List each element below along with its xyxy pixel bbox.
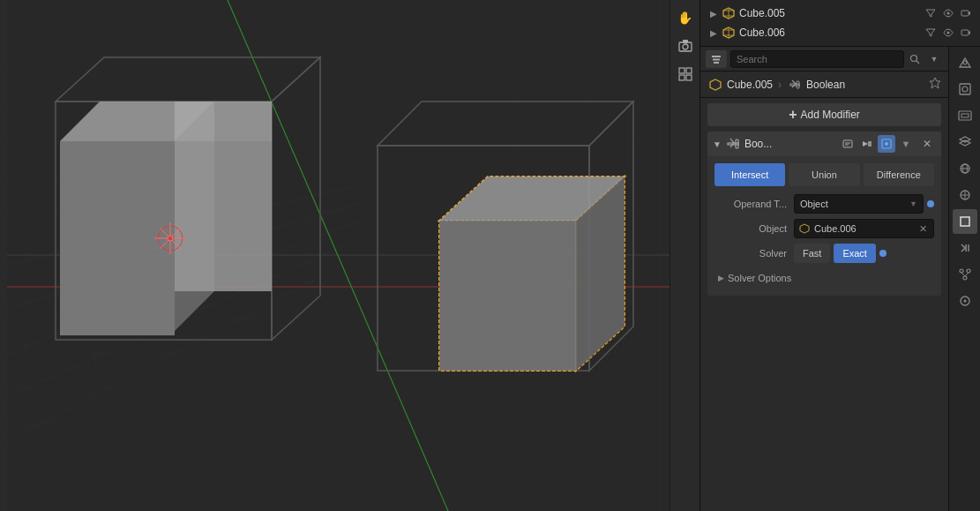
modifier-type-icon bbox=[725, 136, 741, 152]
pin-icon[interactable] bbox=[929, 77, 941, 92]
svg-line-109 bbox=[965, 273, 969, 276]
svg-point-111 bbox=[963, 300, 966, 303]
svg-point-91 bbox=[963, 61, 967, 64]
modifier-close-button[interactable]: ✕ bbox=[918, 135, 936, 153]
filter-dropdown[interactable] bbox=[706, 50, 727, 68]
cube006-eye-icon[interactable] bbox=[941, 26, 955, 40]
solver-value: Fast Exact bbox=[794, 244, 934, 263]
operand-type-dot bbox=[927, 200, 934, 207]
solver-dot bbox=[879, 250, 886, 257]
cube005-filter-icon[interactable] bbox=[924, 6, 938, 20]
cube006-filter-icon[interactable] bbox=[924, 26, 938, 40]
svg-line-77 bbox=[916, 60, 920, 64]
solver-options-row[interactable]: ▶ Solver Options bbox=[714, 267, 934, 289]
cube005-mesh-icon bbox=[722, 6, 736, 20]
operand-type-value: Object ▼ bbox=[794, 194, 934, 214]
modifier-card: ▼ Boo... bbox=[707, 132, 941, 296]
svg-point-105 bbox=[960, 269, 963, 273]
render-properties-icon[interactable] bbox=[953, 77, 977, 101]
grid-view-icon[interactable] bbox=[673, 62, 698, 86]
filter-row: ▼ bbox=[700, 47, 948, 71]
svg-marker-49 bbox=[439, 221, 576, 371]
bc-modifier-icon bbox=[787, 77, 803, 93]
editmode-toggle-icon[interactable] bbox=[878, 135, 895, 153]
operand-type-label: Operand T... bbox=[714, 199, 794, 209]
bc-modifier-name[interactable]: Boolean bbox=[806, 79, 845, 91]
props-content: ▼ Cube.005 › Boolean bbox=[700, 47, 948, 511]
solver-options-label: Solver Options bbox=[728, 273, 791, 283]
outliner-row-cube005[interactable]: ▶ Cube.005 bbox=[700, 4, 980, 23]
svg-rect-73 bbox=[712, 56, 721, 57]
modifier-dropdown-icon[interactable]: ▼ bbox=[897, 135, 915, 153]
search-input[interactable] bbox=[730, 50, 904, 68]
svg-point-89 bbox=[885, 142, 888, 146]
svg-rect-75 bbox=[714, 62, 719, 64]
expand-cube005[interactable]: ▶ bbox=[707, 7, 720, 19]
solver-fast-button[interactable]: Fast bbox=[794, 244, 830, 263]
add-modifier-button[interactable]: + Add Modifier bbox=[707, 103, 941, 126]
object-value: Cube.006 ✕ bbox=[794, 219, 934, 238]
svg-point-107 bbox=[963, 276, 967, 280]
svg-rect-95 bbox=[961, 114, 969, 117]
object-name: Cube.006 bbox=[814, 223, 912, 234]
svg-point-106 bbox=[967, 269, 970, 273]
union-button[interactable]: Union bbox=[789, 163, 859, 186]
bc-object-name[interactable]: Cube.005 bbox=[727, 79, 773, 91]
solver-options-expand-icon: ▶ bbox=[718, 274, 724, 282]
object-properties-icon[interactable] bbox=[953, 209, 977, 234]
svg-point-63 bbox=[947, 12, 950, 15]
output-properties-icon[interactable] bbox=[953, 103, 977, 128]
difference-button[interactable]: Difference bbox=[864, 163, 934, 186]
cube006-cam-icon[interactable] bbox=[959, 26, 973, 40]
move-tool-icon[interactable]: ✋ bbox=[673, 5, 698, 30]
svg-point-42 bbox=[168, 236, 173, 241]
modifier-body: Intersect Union Difference Operand T... … bbox=[707, 156, 941, 296]
outliner-section: ▶ Cube.005 bbox=[700, 0, 980, 47]
svg-rect-92 bbox=[960, 84, 970, 94]
add-modifier-row: + Add Modifier bbox=[700, 98, 948, 132]
operand-type-row: Operand T... Object ▼ bbox=[714, 193, 934, 214]
scene-data-icon[interactable] bbox=[953, 156, 977, 181]
svg-rect-94 bbox=[959, 111, 971, 120]
search-icon bbox=[908, 52, 922, 66]
filter-expand-icon[interactable]: ▼ bbox=[925, 50, 943, 68]
camera-view-icon[interactable] bbox=[673, 34, 698, 58]
modifier-name: Boo... bbox=[744, 138, 835, 150]
properties-panel: ▶ Cube.005 bbox=[699, 0, 980, 511]
cube005-label: Cube.005 bbox=[739, 7, 924, 19]
modifier-properties-icon[interactable] bbox=[953, 236, 977, 260]
svg-marker-78 bbox=[710, 79, 721, 90]
svg-point-93 bbox=[962, 86, 968, 92]
cube005-eye-icon[interactable] bbox=[941, 6, 955, 20]
svg-rect-64 bbox=[961, 11, 969, 16]
modifier-expand-icon[interactable]: ▼ bbox=[713, 139, 722, 149]
svg-rect-54 bbox=[683, 40, 688, 43]
modifier-header: ▼ Boo... bbox=[707, 132, 941, 156]
cube005-cam-icon[interactable] bbox=[959, 6, 973, 20]
realtime-toggle-icon[interactable] bbox=[839, 135, 857, 153]
svg-marker-35 bbox=[175, 141, 272, 291]
intersect-button[interactable]: Intersect bbox=[714, 163, 785, 186]
outliner-row-cube006[interactable]: ▶ Cube.006 bbox=[700, 23, 980, 42]
expand-cube006[interactable]: ▶ bbox=[707, 26, 720, 39]
object-label: Object bbox=[714, 223, 794, 234]
modifier-header-icons: ▼ bbox=[839, 135, 915, 153]
object-clear-button[interactable]: ✕ bbox=[916, 222, 930, 236]
particles-properties-icon[interactable] bbox=[953, 262, 977, 287]
svg-point-70 bbox=[947, 32, 950, 34]
svg-rect-80 bbox=[797, 81, 799, 88]
add-modifier-label: Add Modifier bbox=[800, 109, 859, 121]
svg-rect-58 bbox=[686, 75, 692, 80]
svg-marker-90 bbox=[800, 224, 809, 233]
physics-properties-icon[interactable] bbox=[953, 289, 977, 313]
render-toggle-icon[interactable] bbox=[858, 135, 876, 153]
operand-type-dropdown[interactable]: Object ▼ bbox=[794, 194, 924, 214]
cube006-label: Cube.006 bbox=[739, 26, 924, 39]
scene-properties-icon[interactable] bbox=[953, 50, 977, 75]
solver-exact-button[interactable]: Exact bbox=[834, 244, 876, 263]
bc-cube-icon bbox=[707, 77, 723, 93]
object-field[interactable]: Cube.006 ✕ bbox=[794, 219, 934, 238]
world-properties-icon[interactable] bbox=[953, 183, 977, 207]
view-layer-properties-icon[interactable] bbox=[953, 130, 977, 154]
svg-rect-55 bbox=[679, 68, 685, 73]
